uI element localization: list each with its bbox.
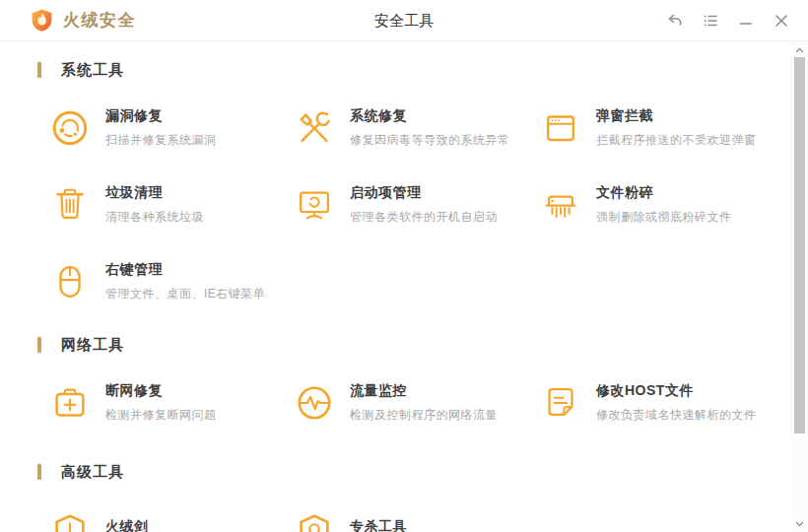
section-marker <box>37 464 41 480</box>
scrollbar-thumb[interactable] <box>794 57 805 433</box>
menu-button[interactable] <box>699 9 721 32</box>
titlebar: 安全工具 火绒安全 <box>0 0 808 41</box>
tool-traffic-monitor[interactable]: 流量监控 检测及控制程序的网络流量 <box>294 378 540 428</box>
vulnerability-scan-icon <box>49 107 91 149</box>
advanced-tools-grid: 火绒剑 专杀工具 <box>37 505 768 532</box>
tool-desc: 管理各类软件的开机自启动 <box>350 209 498 226</box>
tools-page: 系统工具 漏洞修复 扫描并修复系统漏洞 <box>0 41 791 532</box>
tool-popup-blocker[interactable]: 弹窗拦截 拦截程序推送的不受欢迎弹窗 <box>540 103 768 153</box>
section-marker <box>37 337 41 353</box>
tool-file-shredder[interactable]: 文件粉碎 强制删除或彻底粉碎文件 <box>540 180 768 230</box>
scroll-up-button[interactable] <box>791 43 808 56</box>
window-controls <box>663 9 792 32</box>
mouse-icon <box>49 261 91 302</box>
tool-desc: 检测及控制程序的网络流量 <box>350 407 498 424</box>
section-network-tools: 网络工具 <box>37 336 768 354</box>
tool-junk-cleanup[interactable]: 垃圾清理 清理各种系统垃圾 <box>49 180 294 230</box>
shield-icon <box>49 509 91 532</box>
tool-desc: 修复因病毒等导致的系统异常 <box>350 132 510 149</box>
brand: 火绒安全 <box>30 8 136 33</box>
tool-network-repair[interactable]: 断网修复 检测并修复断网问题 <box>49 378 294 428</box>
tool-desc: 扫描并修复系统漏洞 <box>105 132 217 149</box>
tool-title: 修改HOST文件 <box>596 382 757 400</box>
back-button[interactable] <box>663 9 686 32</box>
tool-virus-killer[interactable]: 专杀工具 <box>294 505 540 532</box>
tool-title: 断网修复 <box>105 382 217 400</box>
tool-desc: 拦截程序推送的不受欢迎弹窗 <box>596 132 757 149</box>
repair-tools-icon <box>294 107 335 149</box>
network-tools-grid: 断网修复 检测并修复断网问题 流量监控 检测及控制程序的网络流量 <box>37 378 768 428</box>
tool-huorong-sword[interactable]: 火绒剑 <box>49 505 294 532</box>
tool-desc: 强制删除或彻底粉碎文件 <box>596 209 732 226</box>
minimize-button[interactable] <box>734 9 757 32</box>
tool-vulnerability-fix[interactable]: 漏洞修复 扫描并修复系统漏洞 <box>49 103 294 153</box>
pulse-circle-icon <box>294 382 335 424</box>
tool-title: 右键管理 <box>105 261 265 279</box>
monitor-startup-icon <box>294 184 335 226</box>
section-marker <box>37 62 41 78</box>
popup-window-icon <box>540 107 581 149</box>
section-system-tools: 系统工具 <box>37 61 768 79</box>
tool-desc: 修改负责域名快速解析的文件 <box>596 407 757 424</box>
tool-context-menu-manager[interactable]: 右键管理 管理文件、桌面、IE右键菜单 <box>49 257 294 306</box>
tool-title: 专杀工具 <box>350 518 407 532</box>
system-tools-grid: 漏洞修复 扫描并修复系统漏洞 系统修复 修复因病毒等导致的系统异常 <box>37 103 768 306</box>
tool-title: 启动项管理 <box>350 184 498 202</box>
tool-desc: 检测并修复断网问题 <box>105 407 217 424</box>
section-advanced-tools: 高级工具 <box>37 463 768 481</box>
tool-desc: 清理各种系统垃圾 <box>105 209 204 226</box>
tool-startup-manager[interactable]: 启动项管理 管理各类软件的开机自启动 <box>294 180 540 230</box>
scrollbar <box>791 41 808 532</box>
huorong-logo-icon <box>30 8 54 33</box>
tool-desc: 管理文件、桌面、IE右键菜单 <box>105 286 265 302</box>
trash-can-icon <box>49 184 91 226</box>
tool-title: 垃圾清理 <box>105 184 204 202</box>
section-title: 系统工具 <box>61 61 124 80</box>
shredder-icon <box>540 184 581 226</box>
tool-title: 系统修复 <box>350 107 510 125</box>
scroll-down-button[interactable] <box>791 517 808 530</box>
tool-title: 流量监控 <box>350 382 498 400</box>
first-aid-kit-icon <box>49 382 91 424</box>
tool-title: 文件粉碎 <box>596 184 732 202</box>
tool-system-repair[interactable]: 系统修复 修复因病毒等导致的系统异常 <box>294 103 540 153</box>
tool-title: 火绒剑 <box>105 518 149 532</box>
section-title: 网络工具 <box>61 336 124 355</box>
close-button[interactable] <box>770 9 792 32</box>
section-title: 高级工具 <box>61 463 124 482</box>
tool-title: 弹窗拦截 <box>596 107 757 125</box>
tool-host-file[interactable]: 修改HOST文件 修改负责域名快速解析的文件 <box>540 378 768 428</box>
tool-title: 漏洞修复 <box>105 107 217 125</box>
document-icon <box>540 382 581 424</box>
shield-badge-icon <box>294 509 335 532</box>
brand-name: 火绒安全 <box>63 9 136 32</box>
